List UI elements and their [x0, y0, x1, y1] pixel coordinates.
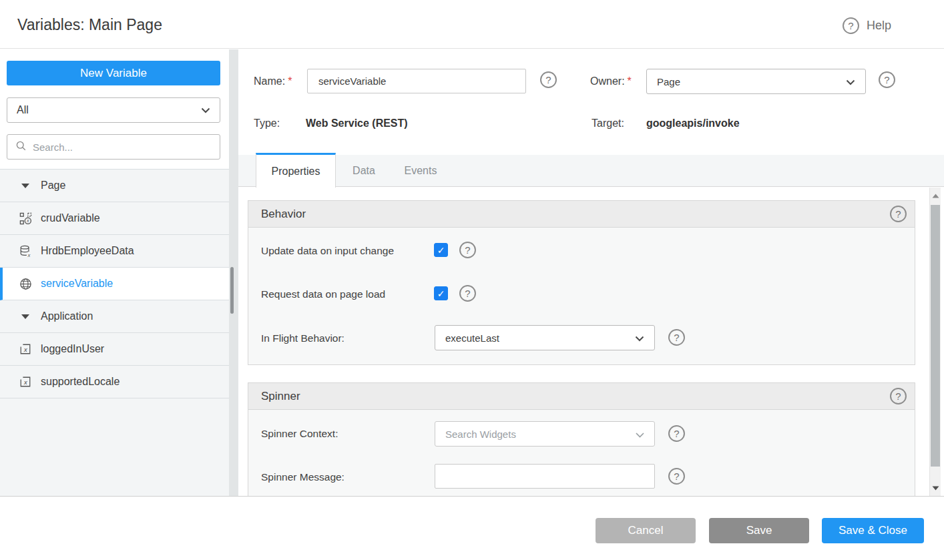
- variable-label: crudVariable: [41, 212, 100, 224]
- new-variable-button[interactable]: New Variable: [7, 61, 220, 85]
- tab-events[interactable]: Events: [393, 155, 448, 187]
- crud-icon: x: [19, 212, 32, 225]
- spinner-title: Spinner: [261, 390, 300, 403]
- type-value: Web Service (REST): [306, 117, 408, 129]
- svg-text:x: x: [23, 378, 27, 386]
- in-flight-behavior-help-icon[interactable]: [668, 329, 685, 346]
- variable-list: Page x crudVariable: [0, 169, 229, 496]
- variable-label: supportedLocale: [41, 376, 120, 388]
- globe-icon: [19, 278, 32, 290]
- owner-label: Owner:*: [590, 75, 632, 87]
- help-icon[interactable]: [843, 17, 859, 34]
- detail-tabbar: Properties Data Events: [238, 155, 944, 187]
- variables-dialog: Variables: Main Page Help New Variable A…: [0, 0, 944, 560]
- sidebar-group-page[interactable]: Page: [0, 170, 229, 202]
- behavior-help-icon[interactable]: [890, 206, 907, 222]
- request-data-label: Request data on page load: [261, 288, 385, 300]
- tab-data[interactable]: Data: [340, 155, 388, 187]
- group-label: Application: [41, 310, 93, 322]
- group-label: Page: [41, 180, 65, 192]
- variables-sidebar: New Variable All Page: [0, 49, 229, 496]
- behavior-section-header: Behavior: [248, 201, 915, 228]
- behavior-section: Behavior Update data on input change Req…: [248, 200, 915, 365]
- sidebar-item-supportedlocale[interactable]: x supportedLocale: [0, 366, 229, 398]
- sidebar-scrollbar[interactable]: [229, 49, 238, 496]
- update-data-help-icon[interactable]: [459, 242, 476, 258]
- content-scrollbar-thumb[interactable]: [931, 205, 940, 467]
- request-data-help-icon[interactable]: [459, 285, 476, 302]
- caret-down-icon[interactable]: [19, 182, 32, 189]
- required-marker: *: [288, 75, 292, 87]
- help-button[interactable]: Help: [843, 17, 891, 34]
- in-flight-behavior-label: In Flight Behavior:: [261, 332, 344, 344]
- sidebar-scrollbar-thumb[interactable]: [230, 267, 234, 314]
- chevron-down-icon: [635, 332, 644, 344]
- variable-icon: x: [19, 343, 32, 355]
- variable-search: [7, 134, 220, 160]
- name-help-icon[interactable]: [540, 71, 557, 88]
- variable-label: loggedInUser: [41, 343, 104, 355]
- dialog-footer: Cancel Save Save & Close: [0, 496, 944, 560]
- behavior-title: Behavior: [261, 208, 306, 221]
- variable-detail-panel: Name:* Owner:* Page Type: Web Service (R…: [238, 49, 944, 496]
- sidebar-item-servicevariable[interactable]: serviceVariable: [0, 268, 229, 300]
- owner-help-icon[interactable]: [879, 71, 895, 88]
- type-label: Type:: [254, 117, 280, 129]
- name-input[interactable]: [307, 69, 526, 93]
- chevron-down-icon: [636, 429, 644, 440]
- dialog-header: Variables: Main Page Help: [0, 0, 944, 49]
- page-title: Variables: Main Page: [17, 16, 162, 34]
- request-data-checkbox[interactable]: [434, 286, 448, 300]
- in-flight-behavior-value: executeLast: [445, 332, 499, 344]
- spinner-message-input[interactable]: [435, 464, 655, 489]
- search-icon: [15, 140, 27, 154]
- spinner-context-select[interactable]: Search Widgets: [435, 421, 655, 447]
- owner-value: Page: [657, 76, 680, 87]
- sidebar-item-crudvariable[interactable]: x crudVariable: [0, 202, 229, 235]
- variable-icon: x: [19, 376, 32, 388]
- spinner-message-label: Spinner Message:: [261, 471, 344, 483]
- spinner-help-icon[interactable]: [890, 388, 907, 404]
- scroll-down-icon[interactable]: [930, 483, 941, 493]
- name-label: Name:*: [254, 75, 292, 87]
- in-flight-behavior-select[interactable]: executeLast: [435, 325, 655, 350]
- sidebar-item-hrdbemployeedata[interactable]: x HrdbEmployeeData: [0, 235, 229, 268]
- target-value: googleapis/invoke: [646, 117, 740, 129]
- svg-text:x: x: [27, 252, 31, 258]
- update-data-checkbox[interactable]: [434, 243, 448, 257]
- search-input[interactable]: [33, 142, 212, 153]
- scroll-up-icon[interactable]: [930, 190, 941, 201]
- cancel-button[interactable]: Cancel: [596, 518, 696, 543]
- chevron-down-icon: [201, 104, 210, 116]
- svg-text:x: x: [23, 346, 27, 353]
- spinner-message-help-icon[interactable]: [668, 468, 685, 485]
- chevron-down-icon: [846, 76, 855, 87]
- help-label: Help: [867, 19, 891, 33]
- sidebar-group-application[interactable]: Application: [0, 300, 229, 333]
- save-button[interactable]: Save: [709, 518, 809, 543]
- spinner-section-header: Spinner: [248, 383, 915, 410]
- owner-select[interactable]: Page: [646, 69, 866, 94]
- spinner-context-help-icon[interactable]: [668, 425, 685, 442]
- database-icon: x: [19, 245, 32, 258]
- svg-text:x: x: [26, 218, 29, 224]
- variable-label: serviceVariable: [41, 278, 113, 290]
- caret-down-icon[interactable]: [19, 313, 32, 320]
- variable-label: HrdbEmployeeData: [41, 245, 134, 257]
- spinner-context-placeholder: Search Widgets: [445, 429, 516, 440]
- sidebar-item-loggedinuser[interactable]: x loggedInUser: [0, 333, 229, 366]
- variable-filter-select[interactable]: All: [7, 97, 220, 123]
- spinner-context-label: Spinner Context:: [261, 428, 338, 440]
- save-and-close-button[interactable]: Save & Close: [822, 518, 924, 543]
- variable-filter-value: All: [17, 104, 29, 116]
- spinner-section: Spinner Spinner Context: Search Widgets …: [248, 382, 915, 496]
- target-label: Target:: [592, 117, 624, 129]
- update-data-label: Update data on input change: [261, 245, 394, 257]
- tab-properties[interactable]: Properties: [256, 153, 336, 188]
- content-scrollbar[interactable]: [929, 188, 941, 496]
- properties-content: Behavior Update data on input change Req…: [238, 188, 944, 496]
- required-marker: *: [628, 75, 632, 87]
